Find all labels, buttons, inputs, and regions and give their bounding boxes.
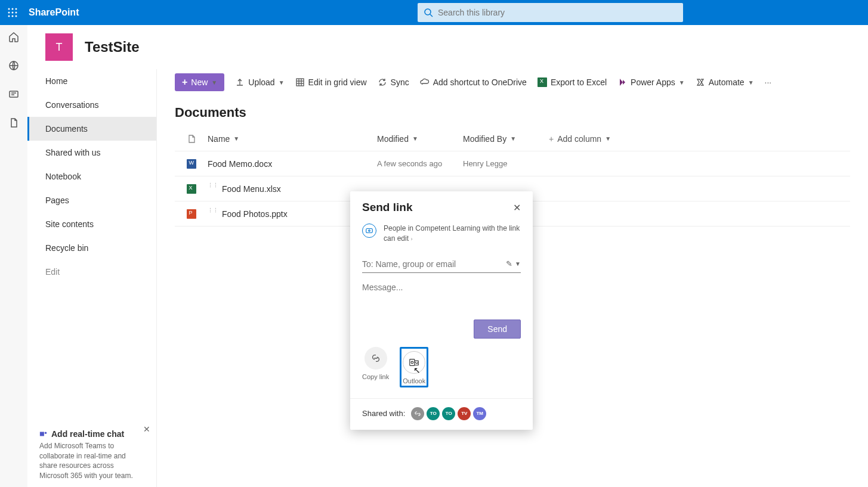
avatar[interactable]: TO bbox=[427, 407, 440, 420]
col-modifiedby-header[interactable]: Modified By ▼ bbox=[463, 134, 549, 144]
sidenav-item-site-contents[interactable]: Site contents bbox=[27, 212, 156, 236]
link-icon bbox=[370, 353, 381, 364]
shared-avatars[interactable]: TO TO TV TM bbox=[411, 407, 486, 420]
svg-point-1 bbox=[12, 8, 14, 10]
svg-point-23 bbox=[369, 230, 370, 232]
upload-icon bbox=[235, 77, 245, 87]
avatar[interactable]: TO bbox=[442, 407, 455, 420]
powerpoint-icon bbox=[187, 209, 196, 219]
sidenav-item-notebook[interactable]: Notebook bbox=[27, 165, 156, 188]
chevron-down-icon: ▼ bbox=[605, 135, 611, 142]
edit-grid-button[interactable]: Edit in grid view bbox=[295, 77, 367, 87]
globe-icon[interactable] bbox=[8, 60, 20, 72]
site-title[interactable]: TestSite bbox=[85, 39, 140, 55]
shared-with-label: Shared with: bbox=[362, 409, 405, 418]
svg-point-6 bbox=[8, 15, 10, 17]
add-column-button[interactable]: + Add column ▼ bbox=[549, 134, 850, 144]
side-nav: Home Conversations Documents Shared with… bbox=[27, 69, 157, 487]
promo-body: Add Microsoft Teams to collaborate in re… bbox=[39, 441, 144, 481]
svg-point-2 bbox=[16, 8, 17, 10]
new-label: New bbox=[191, 77, 208, 87]
search-box[interactable] bbox=[418, 3, 683, 22]
grid-icon bbox=[295, 77, 305, 87]
sync-icon bbox=[378, 77, 387, 87]
svg-point-5 bbox=[16, 12, 17, 14]
files-icon[interactable] bbox=[8, 117, 20, 129]
automate-button[interactable]: Automate ▼ bbox=[696, 77, 754, 87]
svg-point-7 bbox=[12, 15, 14, 17]
svg-rect-12 bbox=[10, 91, 18, 97]
home-icon[interactable] bbox=[8, 31, 20, 43]
cursor-icon: ↖ bbox=[413, 365, 421, 375]
avatar[interactable]: TV bbox=[458, 407, 471, 420]
excel-icon bbox=[187, 184, 196, 194]
chevron-down-icon: ▼ bbox=[679, 79, 685, 86]
more-button[interactable]: ··· bbox=[765, 77, 772, 87]
svg-line-10 bbox=[430, 14, 433, 17]
app-launcher-icon[interactable] bbox=[0, 0, 25, 25]
chevron-down-icon: ▼ bbox=[412, 135, 418, 142]
chevron-down-icon: ▼ bbox=[510, 135, 516, 142]
sidenav-item-shared[interactable]: Shared with us bbox=[27, 141, 156, 165]
sidenav-item-conversations[interactable]: Conversations bbox=[27, 93, 156, 117]
chevron-down-icon: ▼ bbox=[748, 79, 754, 86]
svg-rect-15 bbox=[40, 432, 44, 436]
link-scope-button[interactable]: People in Competent Learning with the li… bbox=[350, 220, 533, 252]
send-button[interactable]: Send bbox=[474, 320, 521, 339]
promo-title: Add real-time chat bbox=[51, 429, 124, 439]
export-excel-button[interactable]: Export to Excel bbox=[538, 77, 607, 87]
automate-icon bbox=[696, 77, 705, 87]
site-logo[interactable]: T bbox=[45, 33, 73, 61]
teams-icon bbox=[39, 430, 48, 438]
outlook-button[interactable]: Outlook ↖ bbox=[400, 347, 428, 387]
sidenav-item-home[interactable]: Home bbox=[27, 69, 156, 93]
svg-point-16 bbox=[45, 432, 47, 434]
col-modified-header[interactable]: Modified ▼ bbox=[377, 134, 463, 144]
sidenav-item-recycle[interactable]: Recycle bin bbox=[27, 236, 156, 260]
excel-icon bbox=[538, 77, 547, 87]
table-row[interactable]: Food Memo.docx A few seconds ago Henry L… bbox=[175, 151, 850, 176]
search-input[interactable] bbox=[438, 8, 677, 17]
chevron-down-icon[interactable]: ▼ bbox=[515, 260, 521, 267]
upload-button[interactable]: Upload ▼ bbox=[235, 77, 284, 87]
site-header: T TestSite bbox=[27, 25, 868, 69]
sidenav-item-edit[interactable]: Edit bbox=[27, 260, 156, 284]
powerapps-icon bbox=[617, 77, 627, 87]
command-bar: + New ▼ Upload ▼ Edit in grid view Sync bbox=[157, 69, 868, 95]
close-icon[interactable]: ✕ bbox=[143, 424, 150, 434]
left-rail bbox=[0, 25, 27, 487]
add-shortcut-button[interactable]: Add shortcut to OneDrive bbox=[420, 77, 527, 87]
svg-point-4 bbox=[12, 12, 14, 14]
chevron-down-icon: ▼ bbox=[233, 135, 239, 142]
recipient-input[interactable] bbox=[362, 259, 506, 269]
svg-point-9 bbox=[425, 9, 431, 15]
svg-point-0 bbox=[8, 8, 10, 10]
file-icon bbox=[187, 134, 196, 144]
chevron-down-icon: ▼ bbox=[279, 79, 285, 86]
power-apps-button[interactable]: Power Apps ▼ bbox=[617, 77, 685, 87]
chevron-down-icon: ▼ bbox=[211, 79, 217, 86]
news-icon[interactable] bbox=[8, 88, 20, 100]
onedrive-icon bbox=[420, 77, 430, 87]
chevron-right-icon: › bbox=[410, 236, 412, 242]
svg-point-3 bbox=[8, 12, 10, 14]
new-button[interactable]: + New ▼ bbox=[175, 73, 224, 91]
sidenav-item-pages[interactable]: Pages bbox=[27, 188, 156, 212]
sync-button[interactable]: Sync bbox=[378, 77, 409, 87]
dialog-title: Send link bbox=[362, 201, 513, 214]
sidenav-item-documents[interactable]: Documents bbox=[27, 117, 156, 141]
svg-point-8 bbox=[16, 15, 17, 17]
word-icon bbox=[187, 159, 196, 169]
avatar[interactable] bbox=[411, 407, 424, 420]
edit-icon[interactable]: ✎ bbox=[506, 259, 512, 268]
send-link-dialog: Send link ✕ People in Competent Learning… bbox=[350, 191, 533, 430]
svg-rect-17 bbox=[296, 79, 304, 86]
svg-rect-22 bbox=[366, 229, 373, 233]
message-input[interactable] bbox=[362, 283, 521, 312]
col-name-header[interactable]: Name ▼ bbox=[208, 134, 377, 144]
avatar[interactable]: TM bbox=[473, 407, 486, 420]
brand-label[interactable]: SharePoint bbox=[29, 7, 79, 18]
copy-link-button[interactable]: Copy link bbox=[362, 347, 389, 387]
search-icon bbox=[424, 8, 433, 17]
close-icon[interactable]: ✕ bbox=[513, 202, 521, 213]
